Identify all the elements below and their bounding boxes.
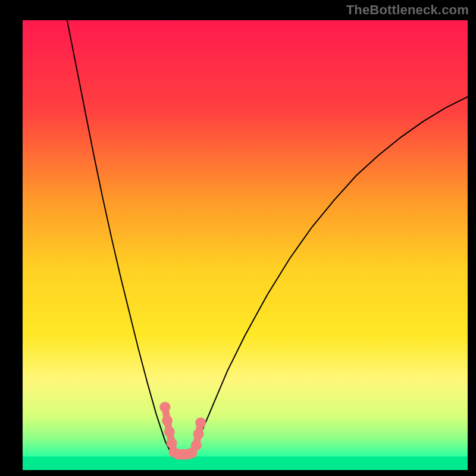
optimal-range-bead: [162, 415, 173, 426]
optimal-range-bead: [195, 418, 206, 428]
watermark-text: TheBottleneck.com: [346, 2, 469, 18]
optimal-range-bead: [159, 402, 170, 412]
optimal-range-bead: [193, 429, 203, 440]
optimal-range-bead: [164, 427, 175, 437]
gradient-background: [23, 20, 468, 470]
green-band: [23, 456, 468, 470]
chart-container: TheBottleneck.com: [0, 0, 476, 476]
optimal-range-bead: [167, 438, 177, 449]
bottleneck-chart: [0, 0, 476, 476]
optimal-range-bead: [191, 440, 202, 450]
